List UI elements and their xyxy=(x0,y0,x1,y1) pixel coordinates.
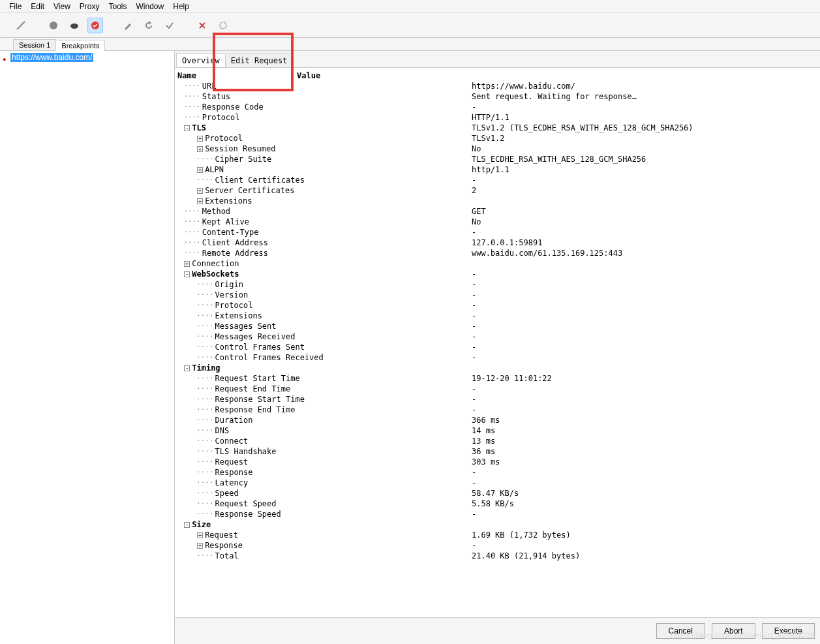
row-timing-req-speed[interactable]: ····Request Speed5.58 KB/s xyxy=(175,498,820,509)
row-timing[interactable]: -Timing xyxy=(175,363,820,373)
row-tls-extensions[interactable]: +Extensions xyxy=(175,196,820,206)
detail-tabs: Overview Edit Request xyxy=(175,51,820,68)
turtle-icon[interactable] xyxy=(67,18,82,33)
tab-session-1[interactable]: Session 1 xyxy=(13,39,56,50)
overview-tree: NameValue ····URLhttps://www.baidu.com/ … xyxy=(175,68,820,617)
row-size-total[interactable]: ····Total21.40 KB (21,914 bytes) xyxy=(175,551,820,561)
expand-icon[interactable]: + xyxy=(197,146,203,152)
menu-proxy[interactable]: Proxy xyxy=(76,1,104,12)
row-size-request[interactable]: +Request1.69 KB (1,732 bytes) xyxy=(175,530,820,540)
menu-help[interactable]: Help xyxy=(169,1,193,12)
row-size-response[interactable]: +Response- xyxy=(175,540,820,551)
svg-point-1 xyxy=(70,23,78,29)
check-icon[interactable] xyxy=(162,18,177,33)
row-response-code[interactable]: ····Response Code- xyxy=(175,102,820,112)
row-method[interactable]: ····MethodGET xyxy=(175,206,820,217)
menu-edit[interactable]: Edit xyxy=(27,1,48,12)
row-timing-resp-speed[interactable]: ····Response Speed- xyxy=(175,509,820,519)
row-tls-session-resumed[interactable]: +Session ResumedNo xyxy=(175,144,820,154)
row-ws-ctrl-recv[interactable]: ····Control Frames Received- xyxy=(175,352,820,363)
row-tls-cipher-suite[interactable]: ····Cipher SuiteTLS_ECDHE_RSA_WITH_AES_1… xyxy=(175,154,820,164)
column-value: Value xyxy=(297,70,320,81)
row-timing-tls-handshake[interactable]: ····TLS Handshake36 ms xyxy=(175,446,820,457)
row-timing-latency[interactable]: ····Latency- xyxy=(175,478,820,488)
collapse-icon[interactable]: - xyxy=(184,125,190,131)
collapse-icon[interactable]: - xyxy=(184,365,190,371)
menu-window[interactable]: Window xyxy=(132,1,168,12)
expand-icon[interactable]: + xyxy=(197,167,203,173)
detail-panel: Overview Edit Request NameValue ····URLh… xyxy=(175,51,820,644)
row-ws-ctrl-sent[interactable]: ····Control Frames Sent- xyxy=(175,342,820,352)
row-protocol[interactable]: ····ProtocolHTTP/1.1 xyxy=(175,112,820,123)
request-list-panel: https://www.baidu.com/ xyxy=(0,51,175,644)
row-timing-req-start[interactable]: ····Request Start Time19-12-20 11:01:22 xyxy=(175,373,820,384)
row-url[interactable]: ····URLhttps://www.baidu.com/ xyxy=(175,81,820,91)
request-url: https://www.baidu.com/ xyxy=(10,53,93,62)
row-timing-resp-end[interactable]: ····Response End Time- xyxy=(175,405,820,415)
execute-button[interactable]: Execute xyxy=(762,623,815,639)
row-ws-protocol[interactable]: ····Protocol- xyxy=(175,300,820,311)
record-icon[interactable] xyxy=(46,18,61,33)
row-kept-alive[interactable]: ····Kept AliveNo xyxy=(175,217,820,227)
row-websockets[interactable]: -WebSockets- xyxy=(175,269,820,279)
footer-actions: Cancel Abort Execute xyxy=(175,617,820,644)
row-ws-origin[interactable]: ····Origin- xyxy=(175,279,820,290)
menu-tools[interactable]: Tools xyxy=(105,1,131,12)
expand-icon[interactable]: + xyxy=(197,543,203,549)
row-client-address[interactable]: ····Client Address127.0.0.1:59891 xyxy=(175,238,820,248)
row-timing-request[interactable]: ····Request303 ms xyxy=(175,457,820,467)
row-ws-version[interactable]: ····Version- xyxy=(175,290,820,300)
tab-breakpoints[interactable]: Breakpoints xyxy=(55,40,105,51)
edit-icon[interactable] xyxy=(120,18,136,33)
request-list-item[interactable]: https://www.baidu.com/ xyxy=(1,52,173,63)
row-ws-messages-received[interactable]: ····Messages Received- xyxy=(175,331,820,342)
row-tls-protocol[interactable]: +ProtocolTLSv1.2 xyxy=(175,133,820,144)
tools-icon[interactable] xyxy=(194,18,210,33)
abort-button[interactable]: Abort xyxy=(712,623,755,639)
ssl-proxy-icon[interactable] xyxy=(87,18,103,33)
row-tls-client-certs[interactable]: ····Client Certificates- xyxy=(175,175,820,185)
row-tls-server-certs[interactable]: +Server Certificates2 xyxy=(175,185,820,196)
menu-bar: File Edit View Proxy Tools Window Help xyxy=(0,0,820,13)
row-ws-messages-sent[interactable]: ····Messages Sent- xyxy=(175,321,820,331)
row-remote-address[interactable]: ····Remote Addresswww.baidu.com/61.135.1… xyxy=(175,248,820,258)
expand-icon[interactable]: + xyxy=(197,532,203,538)
cancel-button[interactable]: Cancel xyxy=(656,623,705,639)
expand-icon[interactable]: + xyxy=(184,261,190,267)
row-content-type[interactable]: ····Content-Type- xyxy=(175,227,820,238)
row-ws-extensions[interactable]: ····Extensions- xyxy=(175,311,820,321)
row-status[interactable]: ····StatusSent request. Waiting for resp… xyxy=(175,91,820,102)
row-timing-speed[interactable]: ····Speed58.47 KB/s xyxy=(175,488,820,498)
column-name: Name xyxy=(177,70,295,81)
svg-point-3 xyxy=(220,22,226,29)
settings-icon[interactable] xyxy=(215,18,231,33)
breakpoint-hit-icon xyxy=(3,54,9,61)
row-timing-req-end[interactable]: ····Request End Time- xyxy=(175,384,820,394)
row-size[interactable]: -Size xyxy=(175,519,820,530)
toolbar xyxy=(0,13,820,38)
row-tls-alpn[interactable]: +ALPNhttp/1.1 xyxy=(175,164,820,175)
broom-icon[interactable] xyxy=(13,18,29,33)
row-timing-resp-start[interactable]: ····Response Start Time- xyxy=(175,394,820,405)
menu-file[interactable]: File xyxy=(5,1,25,12)
refresh-icon[interactable] xyxy=(141,18,157,33)
row-connection[interactable]: +Connection xyxy=(175,258,820,269)
menu-view[interactable]: View xyxy=(50,1,74,12)
tab-edit-request[interactable]: Edit Request xyxy=(225,54,294,67)
row-timing-duration[interactable]: ····Duration366 ms xyxy=(175,415,820,425)
row-timing-response[interactable]: ····Response- xyxy=(175,467,820,478)
row-timing-dns[interactable]: ····DNS14 ms xyxy=(175,425,820,436)
expand-icon[interactable]: + xyxy=(197,188,203,194)
tab-overview[interactable]: Overview xyxy=(176,54,226,67)
session-tabs: Session 1 Breakpoints xyxy=(0,38,820,51)
row-timing-connect[interactable]: ····Connect13 ms xyxy=(175,436,820,446)
svg-point-0 xyxy=(50,22,57,29)
collapse-icon[interactable]: - xyxy=(184,271,190,277)
collapse-icon[interactable]: - xyxy=(184,522,190,528)
expand-icon[interactable]: + xyxy=(197,136,203,142)
row-tls[interactable]: -TLSTLSv1.2 (TLS_ECDHE_RSA_WITH_AES_128_… xyxy=(175,123,820,133)
expand-icon[interactable]: + xyxy=(197,198,203,204)
